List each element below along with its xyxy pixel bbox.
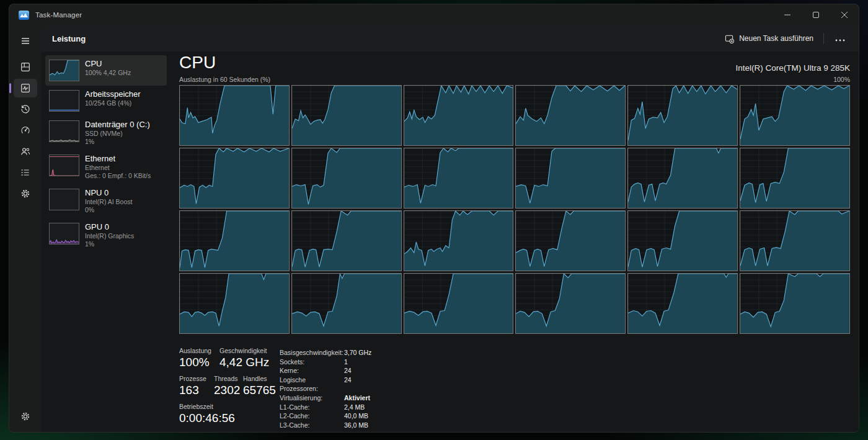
core-chart-2[interactable]	[291, 85, 402, 146]
core-chart-11[interactable]	[627, 148, 738, 209]
device-title: Datenträger 0 (C:)	[85, 120, 150, 130]
core-chart-24[interactable]	[740, 273, 850, 334]
core-chart-20[interactable]	[291, 273, 402, 334]
rail-processes-button[interactable]	[14, 58, 37, 76]
ellipsis-icon	[835, 39, 845, 42]
device-subtitle: Ges.: 0 Empf.: 0 KBit/s	[85, 172, 151, 180]
nav-rail-items	[9, 30, 42, 204]
usage-value: 100%	[179, 356, 219, 369]
stat-label: Logische Prozessoren:	[280, 375, 344, 393]
core-chart-15[interactable]	[404, 210, 514, 271]
speed-label: Geschwindigkeit	[219, 347, 269, 354]
window-controls	[773, 4, 859, 25]
device-title: GPU 0	[85, 222, 134, 232]
stat-value: Aktiviert	[344, 393, 370, 403]
sidebar-item-gpu0[interactable]: GPU 0Intel(R) Graphics1%	[45, 218, 167, 253]
titlebar[interactable]: Task-Manager	[9, 4, 859, 25]
device-subtitle: 1%	[85, 138, 150, 146]
stat-row: L2-Cache:40,0 MB	[280, 411, 371, 421]
run-new-task-label: Neuen Task ausführen	[739, 34, 813, 43]
core-chart-6[interactable]	[740, 85, 850, 146]
core-chart-12[interactable]	[740, 148, 850, 209]
stat-row: Virtualisierung:Aktiviert	[280, 393, 371, 403]
nav-rail	[9, 25, 42, 432]
stat-value: 24	[344, 375, 352, 393]
core-chart-7[interactable]	[179, 148, 290, 209]
stat-row: Basisgeschwindigkeit:3,70 GHz	[280, 348, 371, 357]
ethernet-labels: EthernetEthernetGes.: 0 Empf.: 0 KBit/s	[85, 155, 151, 180]
chip-name: Intel(R) Core(TM) Ultra 9 285K	[735, 63, 850, 73]
device-subtitle: 0%	[85, 206, 132, 214]
stat-label: Sockets:	[280, 357, 344, 367]
stats-left: Auslastung 100% Geschwindigkeit 4,42 GHz	[179, 347, 280, 429]
maximize-icon	[813, 12, 819, 18]
core-chart-14[interactable]	[291, 210, 402, 271]
rail-services-button[interactable]	[14, 184, 37, 203]
core-usage-grid	[179, 85, 850, 334]
gpu0-labels: GPU 0Intel(R) Graphics1%	[85, 223, 134, 248]
core-chart-17[interactable]	[627, 210, 738, 271]
speed-value: 4,42 GHz	[219, 356, 269, 369]
sidebar-item-cpu[interactable]: CPU100% 4,42 GHz	[45, 55, 167, 86]
more-options-button[interactable]	[828, 31, 852, 46]
core-chart-1[interactable]	[179, 85, 290, 146]
core-chart-19[interactable]	[179, 273, 290, 334]
new-task-icon	[725, 34, 734, 43]
core-chart-18[interactable]	[740, 210, 850, 271]
performance-icon	[20, 83, 30, 93]
cpu-labels: CPU100% 4,42 GHz	[85, 60, 131, 77]
rail-app-history-button[interactable]	[14, 100, 37, 119]
npu0-labels: NPU 0Intel(R) AI Boost0%	[85, 189, 132, 214]
ethernet-scale-line	[50, 156, 79, 157]
window-title: Task-Manager	[35, 11, 82, 19]
stat-row: Kerne:24	[280, 366, 371, 375]
sidebar-item-memory[interactable]: Arbeitsspeicher10/254 GB (4%)	[45, 86, 167, 116]
stat-row: L1-Cache:2,4 MB	[280, 403, 371, 412]
core-chart-21[interactable]	[404, 273, 514, 334]
device-subtitle: SSD (NVMe)	[85, 130, 150, 138]
device-list: CPU100% 4,42 GHzArbeitsspeicher10/254 GB…	[42, 52, 169, 432]
device-subtitle: Intel(R) Graphics	[85, 232, 134, 240]
disk0-labels: Datenträger 0 (C:)SSD (NVMe)1%	[85, 120, 150, 146]
sidebar-item-npu0[interactable]: NPU 0Intel(R) AI Boost0%	[45, 184, 167, 218]
cpu-panel: CPU Intel(R) Core(TM) Ultra 9 285K Ausla…	[169, 52, 859, 432]
run-new-task-button[interactable]: Neuen Task ausführen	[719, 30, 820, 47]
maximize-button[interactable]	[802, 4, 830, 25]
memory-labels: Arbeitsspeicher10/254 GB (4%)	[85, 90, 141, 107]
header-separator	[823, 33, 824, 44]
core-chart-8[interactable]	[291, 148, 402, 209]
core-chart-22[interactable]	[515, 273, 626, 334]
close-button[interactable]	[830, 4, 859, 25]
content-panel: Leistung Neuen Task ausführen	[42, 25, 859, 432]
rail-details-button[interactable]	[14, 163, 37, 182]
core-chart-3[interactable]	[404, 85, 514, 146]
chart-max-label: 100%	[833, 76, 850, 83]
core-chart-4[interactable]	[515, 85, 626, 146]
core-chart-23[interactable]	[627, 273, 738, 334]
core-chart-13[interactable]	[179, 210, 290, 271]
app-icon	[19, 11, 29, 20]
core-chart-16[interactable]	[515, 210, 626, 271]
startup-icon	[20, 125, 30, 135]
stat-value: 1	[344, 357, 348, 367]
device-title: CPU	[85, 59, 131, 69]
cpu-stats: Auslastung 100% Geschwindigkeit 4,42 GHz	[179, 347, 850, 429]
rail-menu-button[interactable]	[14, 32, 37, 50]
core-chart-9[interactable]	[404, 148, 514, 209]
core-chart-5[interactable]	[627, 85, 738, 146]
minimize-button[interactable]	[773, 4, 802, 25]
rail-performance-button[interactable]	[14, 79, 37, 97]
sidebar-item-ethernet[interactable]: EthernetEthernetGes.: 0 Empf.: 0 KBit/s	[45, 150, 167, 184]
uptime-label: Betriebszeit	[179, 403, 235, 410]
stat-value: 2,4 MB	[344, 403, 365, 412]
core-chart-10[interactable]	[515, 148, 626, 209]
sidebar-item-disk0[interactable]: Datenträger 0 (C:)SSD (NVMe)1%	[45, 116, 167, 150]
task-manager-window: Task-Manager Leistung	[9, 4, 859, 433]
users-icon	[20, 146, 30, 156]
cpu-title: CPU	[179, 53, 216, 73]
rail-settings-button[interactable]	[14, 407, 37, 426]
device-title: NPU 0	[85, 188, 132, 198]
rail-startup-apps-button[interactable]	[14, 121, 37, 140]
rail-users-button[interactable]	[14, 142, 37, 161]
stat-row: Logische Prozessoren:24	[280, 375, 371, 393]
